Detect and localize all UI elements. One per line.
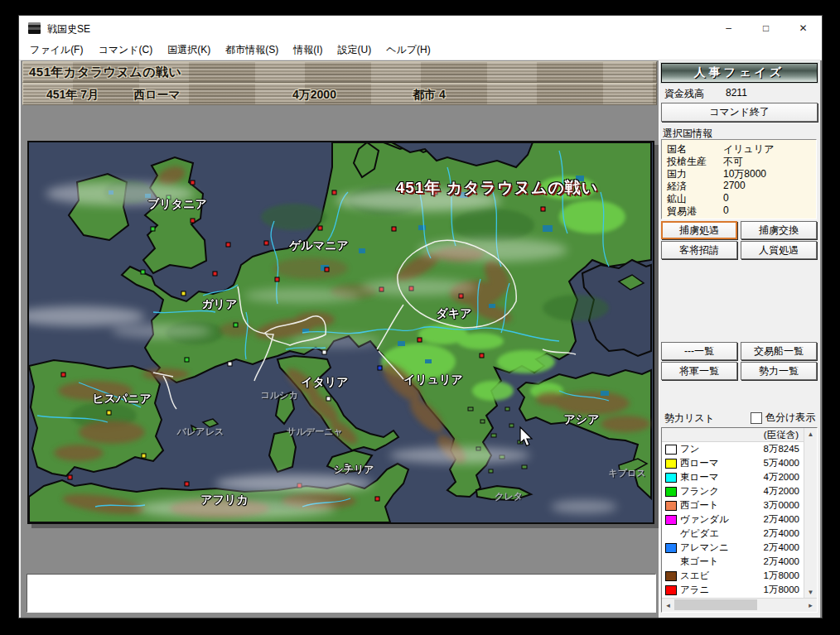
nation-info-row: 鉱山0 bbox=[667, 192, 816, 204]
power-list-row[interactable]: 西ローマ5万4000 bbox=[662, 456, 804, 470]
map-label: ダキア bbox=[437, 306, 472, 321]
list-button-1[interactable]: 交易船一覧 bbox=[741, 342, 817, 360]
map-scenario-title: 451年 カタラウヌムの戦い bbox=[396, 177, 599, 199]
scroll-left-icon[interactable]: ◂ bbox=[662, 599, 674, 611]
nation-info-row: 経済2700 bbox=[667, 180, 816, 192]
map-label: イリュリア bbox=[403, 373, 463, 387]
nation-info-label: 投槍生産 bbox=[667, 156, 707, 167]
nation-info-label: 鉱山 bbox=[667, 193, 687, 204]
nation-info-row: 国名イリュリア bbox=[667, 142, 816, 155]
scroll-up-icon[interactable]: ▲ bbox=[804, 428, 817, 440]
list-button-2[interactable]: 将軍一覧 bbox=[661, 362, 737, 380]
menu-item-6[interactable]: ヘルプ(H) bbox=[379, 41, 438, 60]
color-display-checkbox[interactable] bbox=[751, 412, 762, 424]
map-label: バレアレス bbox=[177, 426, 224, 438]
faction-name: 東ローマ bbox=[680, 471, 719, 483]
nation-info-value: 0 bbox=[723, 192, 729, 204]
nation-info-label: 経済 bbox=[667, 180, 687, 192]
scroll-right-icon[interactable]: ▸ bbox=[804, 599, 817, 611]
horizontal-scrollbar[interactable]: ◂ ▸ bbox=[662, 598, 817, 612]
list-button-0[interactable]: ---一覧 bbox=[661, 342, 737, 360]
power-list-row[interactable]: 東ゴート2万4000 bbox=[662, 555, 804, 569]
map-label: コルシカ bbox=[260, 389, 297, 402]
app-icon bbox=[28, 22, 41, 34]
window-title: 戦国史SE bbox=[47, 22, 90, 36]
menu-item-3[interactable]: 都市情報(S) bbox=[218, 41, 286, 60]
power-list-row[interactable]: 東ローマ4万2000 bbox=[662, 470, 804, 484]
menu-item-2[interactable]: 国選択(K) bbox=[160, 41, 218, 60]
status-date: 451年 7月 bbox=[46, 88, 99, 103]
faction-name: フン bbox=[680, 443, 700, 455]
client-area: 451年カタラウヌムの戦い 451年 7月 西ローマ 4万2000 都市 4 bbox=[21, 60, 822, 618]
maximize-icon[interactable]: □ bbox=[747, 16, 784, 41]
selected-nation-group: 選択国情報 国名イリュリア投槍生産不可国力10万8000経済2700鉱山0貿易港… bbox=[661, 127, 817, 219]
faction-name: スエビ bbox=[680, 570, 709, 582]
menu-item-1[interactable]: コマンド(C) bbox=[90, 41, 160, 60]
map-label: サルデーニャ bbox=[287, 426, 342, 438]
power-list-row[interactable]: ヴァンダル2万4000 bbox=[662, 512, 804, 527]
faction-name: フランク bbox=[680, 485, 719, 498]
faction-strength: 1万8000 bbox=[764, 584, 799, 596]
power-listbox[interactable]: (臣従含) フン8万8245西ローマ5万4000東ローマ4万2000フランク4万… bbox=[661, 427, 818, 613]
faction-name: 西ローマ bbox=[680, 457, 719, 469]
scenario-title: 451年カタラウヌムの戦い bbox=[29, 65, 181, 80]
nation-info-row: 国力10万8000 bbox=[667, 167, 816, 180]
power-list-row[interactable]: アレマンニ2万4000 bbox=[662, 541, 804, 555]
list-button-3[interactable]: 勢力一覧 bbox=[741, 362, 817, 380]
menu-item-4[interactable]: 情報(I) bbox=[286, 41, 330, 60]
faction-name: ゲピダエ bbox=[680, 527, 719, 540]
map-label: ゲルマニア bbox=[289, 238, 349, 253]
faction-color-chip bbox=[665, 459, 677, 469]
map-view[interactable]: 451年 カタラウヌムの戦いブリタニアゲルマニアガリアダキアイタリアイリュリアヒ… bbox=[27, 141, 654, 524]
scrollbar-thumb[interactable] bbox=[674, 599, 757, 610]
map-label: アシア bbox=[564, 412, 600, 427]
end-command-button[interactable]: コマンド終了 bbox=[661, 103, 818, 122]
faction-strength: 2万4000 bbox=[764, 513, 799, 526]
faction-strength: 4万2000 bbox=[764, 485, 799, 498]
power-list-row[interactable]: 西ゴート3万0000 bbox=[662, 498, 804, 512]
scroll-down-icon[interactable]: ▼ bbox=[804, 586, 817, 599]
menu-item-5[interactable]: 設定(U) bbox=[331, 41, 379, 60]
power-list-row[interactable]: フランク4万2000 bbox=[662, 484, 804, 498]
faction-strength: 5万4000 bbox=[764, 457, 799, 469]
faction-strength: 2万4000 bbox=[764, 527, 799, 540]
personnel-button-3[interactable]: 人質処遇 bbox=[741, 241, 817, 259]
vertical-scrollbar[interactable]: ▲ ▼ bbox=[804, 428, 817, 599]
power-list-row[interactable]: アラニ1万8000 bbox=[662, 583, 804, 597]
personnel-button-1[interactable]: 捕虜交換 bbox=[741, 221, 817, 239]
faction-strength: 2万4000 bbox=[764, 541, 799, 554]
status-cities: 都市 4 bbox=[413, 88, 446, 103]
faction-color-chip bbox=[665, 473, 677, 483]
faction-strength: 2万4000 bbox=[764, 556, 799, 568]
nation-info-value: 0 bbox=[723, 204, 729, 216]
power-list-row[interactable]: スエビ1万8000 bbox=[662, 569, 804, 583]
status-nation: 西ローマ bbox=[133, 88, 181, 103]
personnel-button-2[interactable]: 客将招請 bbox=[661, 241, 737, 259]
map-label: ガリア bbox=[202, 297, 238, 312]
nation-info-label: 国名 bbox=[667, 143, 687, 155]
nation-info-label: 国力 bbox=[667, 168, 687, 180]
power-list-title: 勢力リスト bbox=[664, 411, 715, 426]
map-label: ヒスパニア bbox=[92, 392, 152, 406]
nation-info-row: 投槍生産不可 bbox=[667, 155, 816, 167]
faction-name: 西ゴート bbox=[680, 499, 719, 512]
power-list-column-header: (臣従含) bbox=[662, 428, 804, 442]
menu-item-0[interactable]: ファイル(F) bbox=[22, 41, 90, 60]
funds-value: 8211 bbox=[726, 87, 747, 99]
status-population: 4万2000 bbox=[292, 88, 336, 103]
close-icon[interactable]: ✕ bbox=[784, 16, 822, 41]
power-list-row[interactable]: フン8万8245 bbox=[662, 442, 804, 456]
faction-strength: 3万0000 bbox=[764, 499, 799, 512]
nation-info-value: 2700 bbox=[723, 180, 746, 191]
personnel-button-0[interactable]: 捕虜処遇 bbox=[661, 221, 737, 239]
title-bar: 戦国史SE – □ ✕ bbox=[19, 16, 822, 41]
map-label: シチリア bbox=[333, 463, 374, 477]
faction-color-chip bbox=[665, 585, 677, 595]
minimize-icon[interactable]: – bbox=[710, 16, 747, 41]
power-list-row[interactable]: ゲピダエ2万4000 bbox=[662, 527, 804, 541]
map-label: キプロス bbox=[608, 467, 645, 479]
nation-info-row: 貿易港0 bbox=[667, 204, 816, 217]
faction-name: アラニ bbox=[680, 584, 709, 596]
faction-color-chip bbox=[665, 501, 677, 511]
map-label: クレタ bbox=[495, 490, 523, 503]
